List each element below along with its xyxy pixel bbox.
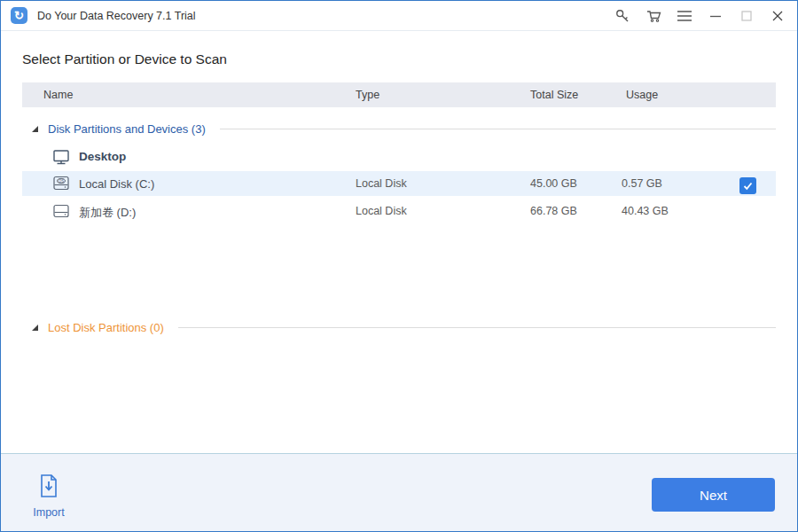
activate-key-icon[interactable] — [614, 7, 631, 25]
row-checkbox-checked[interactable] — [739, 177, 756, 194]
partition-total-size: 66.78 GB — [530, 205, 577, 217]
partition-name[interactable]: Local Disk (C:) — [79, 177, 154, 191]
window-title: Do Your Data Recovery 7.1 Trial — [37, 10, 196, 22]
column-header-usage: Usage — [626, 89, 658, 101]
table-row-volume-d[interactable]: 新加卷 (D:) Local Disk 66.78 GB 40.43 GB — [22, 199, 776, 223]
divider — [178, 327, 776, 328]
partition-usage: 0.57 GB — [622, 177, 662, 190]
titlebar: ↻ Do Your Data Recovery 7.1 Trial — [1, 1, 797, 31]
collapse-arrow-icon[interactable] — [31, 125, 39, 133]
monitor-icon — [52, 149, 70, 169]
svg-text:OS: OS — [59, 179, 65, 184]
divider — [220, 129, 776, 129]
menu-icon[interactable] — [676, 7, 693, 25]
group-disk-partitions[interactable]: Disk Partitions and Devices (3) — [22, 120, 776, 137]
import-button-label: Import — [33, 506, 64, 519]
table-header: Name Type Total Size Usage — [22, 82, 776, 107]
collapse-arrow-icon[interactable] — [31, 324, 39, 332]
column-header-total-size: Total Size — [530, 89, 578, 101]
import-button[interactable]: Import — [27, 473, 70, 519]
partition-type: Local Disk — [356, 205, 407, 217]
maximize-button[interactable] — [738, 7, 755, 25]
column-header-type: Type — [356, 89, 379, 101]
device-name[interactable]: Desktop — [79, 150, 126, 163]
group-label[interactable]: Lost Disk Partitions (0) — [48, 321, 164, 334]
table-row-local-disk-c[interactable]: OS Local Disk (C:) Local Disk 45.00 GB 0… — [22, 171, 776, 196]
page-title: Select Partition or Device to Scan — [22, 51, 227, 67]
import-file-icon — [38, 473, 59, 502]
app-window: ↻ Do Your Data Recovery 7.1 Trial — [0, 0, 798, 532]
system-drive-icon: OS — [52, 176, 70, 194]
app-logo-icon: ↻ — [11, 7, 27, 24]
next-button[interactable]: Next — [652, 478, 775, 512]
device-row-desktop[interactable]: Desktop — [22, 145, 776, 170]
footer-bar: Import Next — [1, 453, 797, 531]
column-header-name: Name — [43, 89, 73, 101]
minimize-button[interactable] — [707, 7, 724, 25]
drive-icon — [52, 203, 70, 222]
partition-total-size: 45.00 GB — [530, 177, 577, 190]
close-button[interactable] — [769, 7, 786, 25]
partition-type: Local Disk — [356, 177, 407, 190]
group-label[interactable]: Disk Partitions and Devices (3) — [48, 122, 206, 136]
partition-usage: 40.43 GB — [622, 205, 669, 217]
partition-name[interactable]: 新加卷 (D:) — [79, 205, 136, 221]
buy-cart-icon[interactable] — [645, 7, 662, 25]
group-lost-partitions[interactable]: Lost Disk Partitions (0) — [22, 318, 776, 336]
